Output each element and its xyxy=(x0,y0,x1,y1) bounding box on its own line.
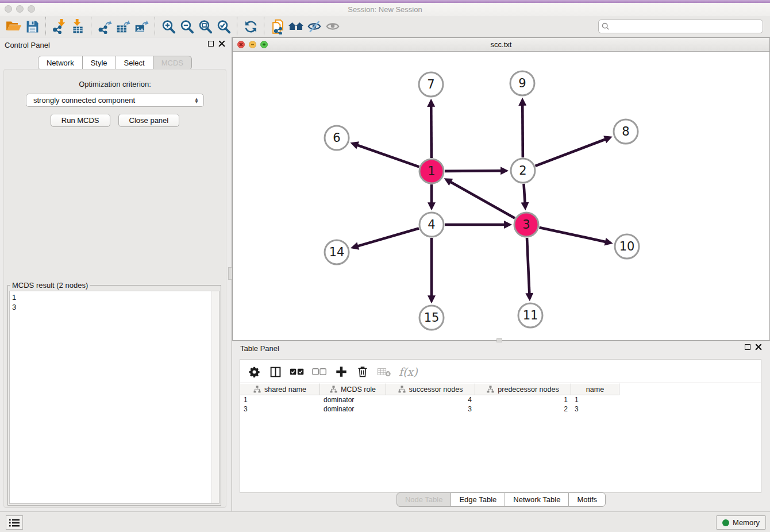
tab-mcds[interactable]: MCDS xyxy=(153,56,192,70)
tab-select[interactable]: Select xyxy=(116,56,153,70)
application-window: Session: New Session Control Panel Netwo… xyxy=(0,0,770,532)
table-cell[interactable]: 3 xyxy=(240,404,320,414)
table-cell[interactable]: 4 xyxy=(386,395,475,404)
export-table-icon[interactable] xyxy=(114,17,132,36)
task-history-button[interactable] xyxy=(6,515,23,530)
result-scrollbar[interactable] xyxy=(211,291,219,503)
edge-3-10[interactable] xyxy=(539,228,605,242)
status-bar: Memory xyxy=(0,511,770,532)
split-columns-icon[interactable] xyxy=(268,365,282,379)
export-network-icon[interactable] xyxy=(95,17,114,36)
table-row[interactable]: 3dominator323 xyxy=(240,404,761,414)
edge-3-11[interactable] xyxy=(527,238,529,294)
refresh-icon[interactable] xyxy=(241,17,260,36)
tab-style[interactable]: Style xyxy=(82,56,116,70)
search-input[interactable] xyxy=(610,22,760,30)
table-cell[interactable]: dominator xyxy=(320,395,386,404)
edge-1-7[interactable] xyxy=(431,106,432,158)
control-panel-title: Control Panel xyxy=(5,41,50,49)
float-panel-icon[interactable] xyxy=(208,41,214,47)
table-cell[interactable]: 1 xyxy=(475,395,571,404)
export-image-icon[interactable] xyxy=(132,17,151,36)
graph-node-10[interactable]: 10 xyxy=(615,234,639,259)
mcds-result-area[interactable]: 13 xyxy=(9,291,220,504)
hide-panels-icon[interactable] xyxy=(305,17,324,36)
edge-4-14[interactable] xyxy=(357,228,418,246)
mcds-panel: Optimization criterion: strongly connect… xyxy=(3,69,226,508)
graph-node-3[interactable]: 3 xyxy=(514,213,538,237)
import-network-icon[interactable] xyxy=(50,17,68,36)
select-all-checks-icon[interactable] xyxy=(290,365,305,379)
run-mcds-button[interactable]: Run MCDS xyxy=(51,114,110,127)
graph-node-6[interactable]: 6 xyxy=(325,126,349,150)
network-graph: 1234678910111415 xyxy=(233,52,769,340)
node-label: 1 xyxy=(428,164,435,178)
table-cell[interactable]: 1 xyxy=(240,395,320,404)
network-window-title: scc.txt xyxy=(233,40,769,49)
tab-node-table[interactable]: Node Table xyxy=(396,492,452,507)
table-header-row: shared nameMCDS rolesuccessor nodesprede… xyxy=(240,383,761,395)
graph-node-14[interactable]: 14 xyxy=(325,240,349,264)
edge-1-6[interactable] xyxy=(357,145,419,167)
criterion-select[interactable]: strongly connected component ▲▼ xyxy=(26,94,204,107)
table-cell[interactable]: 2 xyxy=(475,404,571,414)
graph-node-15[interactable]: 15 xyxy=(419,306,444,330)
save-session-icon[interactable] xyxy=(23,17,41,36)
column-header-name[interactable]: name xyxy=(571,383,619,395)
clone-network-icon[interactable] xyxy=(268,17,287,36)
zoom-in-icon[interactable] xyxy=(159,17,178,36)
close-table-panel-icon[interactable] xyxy=(755,344,762,350)
edge-2-8[interactable] xyxy=(536,139,606,165)
column-header-shared-name[interactable]: shared name xyxy=(240,383,320,395)
list-icon xyxy=(9,518,20,527)
tab-network-table[interactable]: Network Table xyxy=(505,492,569,507)
graph-node-4[interactable]: 4 xyxy=(419,213,444,237)
table-cell[interactable]: 3 xyxy=(571,404,619,414)
zoom-fit-icon[interactable] xyxy=(196,17,214,36)
toolbar-separator xyxy=(264,17,264,36)
import-table-icon[interactable] xyxy=(68,17,87,36)
edge-1-2[interactable] xyxy=(445,171,501,171)
toolbar-separator xyxy=(45,17,46,36)
tab-motifs[interactable]: Motifs xyxy=(568,492,606,507)
column-header-MCDS-role[interactable]: MCDS role xyxy=(320,383,386,395)
search-field[interactable] xyxy=(598,20,763,33)
delete-row-icon[interactable] xyxy=(356,365,369,379)
graph-node-8[interactable]: 8 xyxy=(614,119,638,144)
float-table-panel-icon[interactable] xyxy=(745,344,750,350)
gear-icon[interactable] xyxy=(247,365,261,379)
memory-status-icon xyxy=(722,519,729,526)
node-label: 7 xyxy=(427,78,434,91)
clear-checks-icon[interactable] xyxy=(312,365,327,379)
home-layout-icon[interactable] xyxy=(287,17,305,36)
graph-node-7[interactable]: 7 xyxy=(419,72,443,97)
memory-button[interactable]: Memory xyxy=(716,515,766,530)
network-window-titlebar[interactable]: scc.txt xyxy=(233,38,769,52)
graph-node-2[interactable]: 2 xyxy=(511,159,535,183)
column-header-predecessor-nodes[interactable]: predecessor nodes xyxy=(475,383,571,395)
mcds-result-text: 13 xyxy=(10,291,219,313)
tab-edge-table[interactable]: Edge Table xyxy=(451,492,505,507)
zoom-selected-icon[interactable] xyxy=(214,17,233,36)
table-cell[interactable]: dominator xyxy=(320,404,386,414)
edge-2-9[interactable] xyxy=(522,105,523,157)
column-header-successor-nodes[interactable]: successor nodes xyxy=(386,383,475,395)
open-session-icon[interactable] xyxy=(5,17,23,36)
table-cell[interactable]: 1 xyxy=(571,395,619,404)
close-panel-icon[interactable] xyxy=(218,40,225,47)
edge-3-1[interactable] xyxy=(451,182,515,218)
graph-node-1[interactable]: 1 xyxy=(419,159,444,183)
graph-node-11[interactable]: 11 xyxy=(518,303,542,327)
toolbar-separator xyxy=(155,17,155,36)
edge-2-3[interactable] xyxy=(523,184,525,203)
zoom-out-icon[interactable] xyxy=(178,17,196,36)
table-cell[interactable]: 3 xyxy=(386,404,475,414)
toolbar-separator xyxy=(91,17,91,36)
table-panel: Table Panel f(x) shared nameMCDS rolesuc… xyxy=(232,341,770,511)
table-row[interactable]: 1dominator411 xyxy=(240,395,761,404)
tab-network[interactable]: Network xyxy=(38,56,83,70)
graph-node-9[interactable]: 9 xyxy=(510,71,534,95)
network-canvas[interactable]: 1234678910111415 xyxy=(233,52,769,340)
close-panel-button[interactable]: Close panel xyxy=(118,114,180,127)
add-row-icon[interactable] xyxy=(334,365,348,379)
